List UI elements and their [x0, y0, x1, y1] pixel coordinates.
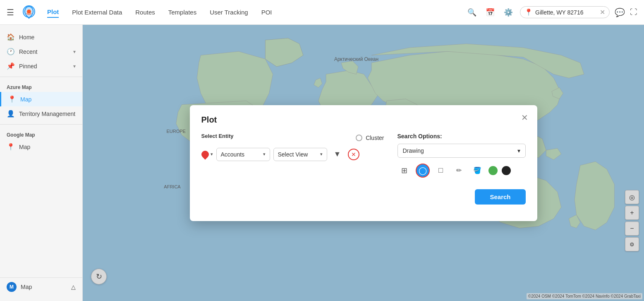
map-pin-icon: 📍: [8, 95, 16, 103]
calendar-icon-btn[interactable]: 📅: [484, 6, 497, 19]
pencil-tool-button[interactable]: ✏: [452, 164, 466, 178]
main-layout: 🏠 Home 🕐 Recent ▾ 📌 Pinned ▾ Azure Map 📍…: [0, 25, 644, 301]
map-area[interactable]: Арктический Океан EUROPE AFRICA ASIA Ind…: [83, 25, 644, 301]
pencil-icon: ✏: [456, 166, 462, 174]
drawing-label: Drawing: [403, 147, 424, 154]
pin-chevron-icon: ▾: [211, 152, 213, 157]
sidebar: 🏠 Home 🕐 Recent ▾ 📌 Pinned ▾ Azure Map 📍…: [0, 25, 83, 301]
location-clear-icon[interactable]: ✕: [600, 8, 605, 16]
nav-user-tracking[interactable]: User Tracking: [210, 7, 248, 17]
cluster-radio[interactable]: [356, 135, 362, 141]
color-black-button[interactable]: [502, 166, 511, 175]
monitor-icon: ⊞: [401, 166, 407, 175]
app-logo: [19, 2, 39, 22]
sidebar-item-pinned[interactable]: 📌 Pinned ▾: [0, 59, 82, 73]
sidebar-divider-2: [0, 124, 82, 125]
search-icon-btn[interactable]: 🔍: [465, 6, 479, 19]
search-options-label: Search Options:: [397, 133, 526, 140]
select-view-chevron-icon: ▾: [320, 152, 323, 157]
chevron-down-icon: ▾: [73, 49, 76, 55]
drawing-chevron-icon: ▾: [517, 147, 520, 154]
monitor-tool-button[interactable]: ⊞: [397, 164, 412, 178]
select-entity-label: Select Entity: [201, 133, 234, 139]
eraser-icon: 🪣: [473, 166, 481, 174]
sidebar-bottom-user[interactable]: M Map △: [0, 278, 82, 296]
sidebar-bottom-label: Map: [21, 284, 32, 290]
sidebar-item-recent[interactable]: 🕐 Recent ▾: [0, 44, 82, 59]
nav-plot-external[interactable]: Plot External Data: [72, 7, 122, 17]
sidebar-bottom: M Map △: [0, 277, 82, 296]
nav-right-controls: 🔍 📅 ⚙️ 📍 ✕ 💬 ⛶: [465, 6, 637, 19]
settings-icon-btn[interactable]: ⚙️: [502, 6, 515, 19]
top-navigation: ☰ Plot Plot External Data Routes Templat…: [0, 0, 644, 25]
clear-button[interactable]: ✕: [348, 149, 359, 160]
accounts-label: Accounts: [221, 151, 245, 158]
color-green-button[interactable]: [488, 166, 498, 175]
clear-icon: ✕: [351, 151, 356, 158]
sidebar-item-home[interactable]: 🏠 Home: [0, 30, 82, 44]
accounts-chevron-icon: ▾: [263, 152, 266, 157]
square-icon: □: [438, 166, 443, 175]
modal-close-button[interactable]: ✕: [519, 112, 531, 123]
modal-body: Select Entity Cluster: [201, 133, 526, 178]
location-pin-icon: 📍: [524, 8, 533, 16]
pin-icon: 📌: [7, 62, 15, 70]
modal-title: Plot: [201, 115, 526, 125]
plot-modal: Plot ✕ Select Entity Cluster: [190, 105, 537, 221]
nav-templates[interactable]: Templates: [168, 7, 196, 17]
cluster-row: Cluster: [356, 135, 384, 141]
circle-tool-button[interactable]: ◯: [416, 164, 430, 178]
nav-plot[interactable]: Plot: [47, 7, 59, 18]
select-view-dropdown[interactable]: Select View ▾: [273, 148, 327, 161]
entity-cluster-row: Select Entity Cluster: [201, 133, 384, 143]
filter-button[interactable]: ▼: [330, 147, 345, 161]
filter-icon: ▼: [334, 150, 341, 159]
sidebar-label-pinned: Pinned: [19, 63, 37, 70]
modal-right-section: Search Options: Drawing ▾ ⊞: [397, 133, 526, 178]
chevron-down-icon-pinned: ▾: [73, 63, 76, 69]
accounts-dropdown[interactable]: Accounts ▾: [216, 148, 270, 161]
cluster-label: Cluster: [366, 135, 384, 141]
location-input[interactable]: [535, 9, 597, 16]
chat-icon-btn[interactable]: 💬: [615, 7, 625, 17]
modal-overlay: Plot ✕ Select Entity Cluster: [83, 25, 644, 301]
home-icon: 🏠: [7, 33, 15, 41]
sidebar-label-google-map: Map: [19, 144, 30, 150]
sidebar-section-google: Google Map: [0, 128, 82, 140]
sidebar-label-azure-map: Map: [20, 96, 31, 103]
drawing-tools-row: ⊞ ◯ □: [397, 164, 526, 178]
google-map-pin-icon: 📍: [7, 143, 15, 151]
select-view-label: Select View: [278, 151, 308, 158]
nav-links: Plot Plot External Data Routes Templates…: [47, 7, 465, 18]
drawing-dropdown[interactable]: Drawing ▾: [397, 144, 526, 158]
nav-poi[interactable]: POI: [261, 7, 272, 17]
nav-routes[interactable]: Routes: [135, 7, 155, 17]
expand-icon-btn[interactable]: ⛶: [630, 8, 637, 17]
eraser-tool-button[interactable]: 🪣: [470, 164, 484, 178]
pin-dot-icon: [200, 149, 210, 159]
search-button[interactable]: Search: [475, 189, 525, 205]
circle-icon: ◯: [419, 166, 427, 175]
pin-dropdown-button[interactable]: ▾: [201, 151, 213, 158]
hamburger-menu[interactable]: ☰: [7, 7, 14, 17]
sidebar-section-azure: Azure Map: [0, 80, 82, 92]
square-tool-button[interactable]: □: [434, 164, 448, 178]
sidebar-item-territory-management[interactable]: 👤 Territory Management: [0, 106, 82, 121]
map-background: Арктический Океан EUROPE AFRICA ASIA Ind…: [83, 25, 644, 301]
sidebar-divider-1: [0, 77, 82, 77]
person-icon: 👤: [7, 110, 15, 118]
entity-row: ▾ Accounts ▾ Select View: [201, 147, 384, 161]
sidebar-item-azure-map[interactable]: 📍 Map: [0, 92, 82, 106]
chevron-up-icon: △: [71, 284, 76, 290]
sidebar-label-territory: Territory Management: [19, 111, 75, 117]
user-avatar: M: [7, 282, 17, 292]
sidebar-item-google-map[interactable]: 📍 Map: [0, 140, 82, 154]
sidebar-label-recent: Recent: [19, 48, 37, 55]
location-search-bar[interactable]: 📍 ✕: [520, 6, 610, 18]
sidebar-label-home: Home: [19, 34, 34, 41]
modal-footer: Search: [201, 189, 526, 205]
modal-left-section: Select Entity Cluster: [201, 133, 384, 178]
svg-point-1: [27, 10, 31, 14]
recent-icon: 🕐: [7, 48, 15, 55]
